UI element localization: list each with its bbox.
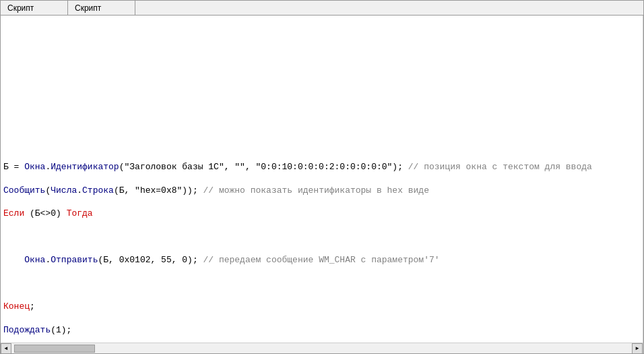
tab-label-2: Скрипт (75, 3, 101, 13)
scrollbar-thumb[interactable] (14, 345, 95, 353)
content-area: Б = Окна.Идентификатор("Заголовок базы 1… (1, 16, 643, 353)
scroll-left-button[interactable]: ◄ (1, 343, 11, 354)
code-block: Б = Окна.Идентификатор("Заголовок базы 1… (3, 21, 640, 343)
tab-script-2[interactable]: Скрипт (68, 1, 135, 15)
tab-label-1: Скрипт (7, 3, 34, 13)
code-editor[interactable]: Б = Окна.Идентификатор("Заголовок базы 1… (1, 16, 643, 343)
tab-bar: Скрипт Скрипт (1, 1, 643, 16)
horizontal-scrollbar[interactable]: ◄ ► (1, 343, 643, 353)
scrollbar-track[interactable] (11, 343, 632, 353)
scroll-right-button[interactable]: ► (632, 343, 643, 354)
main-window: Скрипт Скрипт Б = Окна.Идентификатор("За… (0, 0, 644, 354)
tab-script-1[interactable]: Скрипт (1, 1, 68, 15)
editor-panel[interactable]: Б = Окна.Идентификатор("Заголовок базы 1… (1, 16, 643, 353)
